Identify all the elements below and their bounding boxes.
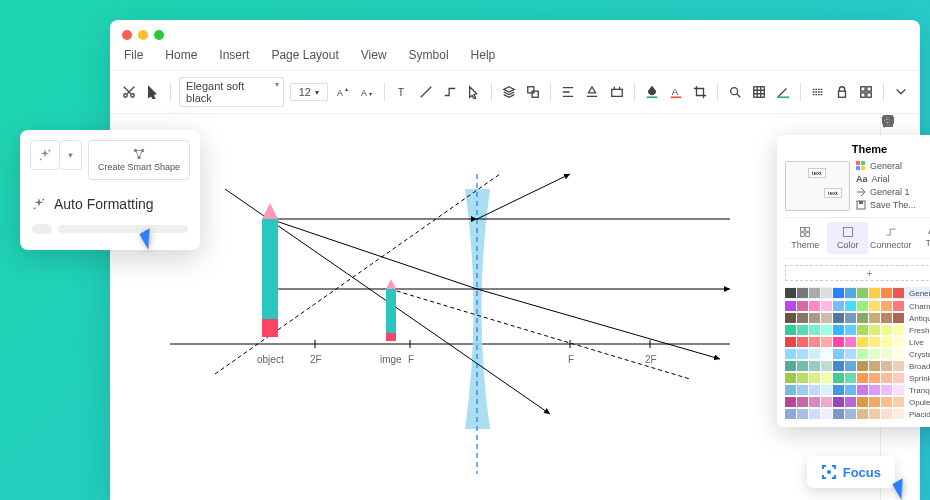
svg-rect-51 [856,166,860,170]
svg-rect-49 [856,161,860,165]
svg-point-67 [827,470,831,474]
theme-preview[interactable] [785,161,850,211]
auto-formatting-row[interactable]: Auto Formatting [30,190,190,218]
swatch-row-sprinkle[interactable]: Sprinkle [785,373,930,383]
theme-tab-color[interactable]: Color [827,222,867,254]
menu-help[interactable]: Help [471,48,496,62]
add-theme-button[interactable]: + [785,265,930,281]
swatch-row-placid[interactable]: Placid [785,409,930,419]
svg-point-1 [131,94,135,98]
svg-rect-12 [670,96,681,98]
svg-point-61 [40,159,42,161]
svg-rect-59 [843,228,852,237]
crop-button[interactable] [691,82,709,102]
font-select[interactable]: Elegant soft black [179,77,284,107]
smart-shape-popup: ▼ Create Smart Shape Auto Formatting [20,130,200,250]
menu-view[interactable]: View [361,48,387,62]
label-f-left: F [408,354,414,365]
text-tool-button[interactable]: T [393,82,411,102]
theme-opt-general[interactable]: General [856,161,930,171]
distribute-button[interactable] [583,82,601,102]
svg-rect-8 [533,91,539,97]
svg-rect-54 [859,201,863,204]
group-button[interactable] [524,82,542,102]
focus-button[interactable]: Focus [807,456,895,488]
grid-button[interactable] [857,82,875,102]
svg-point-60 [49,150,51,152]
fill-color-button[interactable] [643,82,661,102]
swatch-row-tranquil[interactable]: Tranquil [785,385,930,395]
swatch-row-opulent[interactable]: Opulent [785,397,930,407]
size-button[interactable] [608,82,626,102]
menu-symbol[interactable]: Symbol [409,48,449,62]
text-color-button[interactable]: A [667,82,685,102]
line-style-button[interactable] [774,82,792,102]
menu-page-layout[interactable]: Page Layout [271,48,338,62]
line-tool-button[interactable] [417,82,435,102]
swatch-row-general[interactable]: General [785,287,930,299]
svg-rect-14 [754,87,765,98]
label-2f-right: 2F [645,354,657,365]
theme-panel: Theme General AaArial General 1 Save The… [777,135,930,427]
label-image: imge [380,354,402,365]
dash-style-button[interactable] [809,82,827,102]
svg-text:A: A [671,86,678,97]
menu-bar: File Home Insert Page Layout View Symbol… [110,46,920,70]
layers-button[interactable] [500,82,518,102]
svg-rect-20 [867,93,871,97]
svg-line-26 [477,289,720,359]
swatch-row-crystal[interactable]: Crystal [785,349,930,359]
svg-rect-16 [839,91,846,97]
svg-line-25 [270,219,477,289]
theme-tab-theme[interactable]: Theme [785,222,825,254]
svg-point-0 [124,94,128,98]
connector-tool-button[interactable] [441,82,459,102]
maximize-button[interactable] [154,30,164,40]
swatch-row-charm[interactable]: Charm [785,301,930,311]
search-button[interactable] [726,82,744,102]
lock-button[interactable] [833,82,851,102]
more-button[interactable] [892,82,910,102]
sparkle-button[interactable] [30,140,60,170]
svg-point-65 [43,199,45,201]
window-controls [110,20,920,46]
label-f-right: F [568,354,574,365]
svg-text:T: T [398,86,405,98]
menu-home[interactable]: Home [165,48,197,62]
sparkle-dropdown[interactable]: ▼ [60,140,82,170]
theme-tab-connector[interactable]: Connector [870,222,912,254]
svg-rect-18 [867,87,871,91]
swatch-row-live[interactable]: Live [785,337,930,347]
svg-point-66 [34,208,36,210]
svg-rect-36 [386,333,396,341]
svg-text:A: A [361,88,367,98]
create-smart-shape-button[interactable]: Create Smart Shape [88,140,190,180]
theme-tab-text[interactable]: AaText [914,222,931,254]
swatch-row-antique[interactable]: Antique [785,313,930,323]
format-slider[interactable] [30,218,190,240]
theme-title: Theme [785,143,930,161]
cut-button[interactable] [120,82,138,102]
decrease-font-button[interactable]: A▼ [358,82,376,102]
increase-font-button[interactable]: A▲ [334,82,352,102]
align-button[interactable] [559,82,577,102]
swatch-row-broad[interactable]: Broad [785,361,930,371]
swatch-row-fresh[interactable]: Fresh [785,325,930,335]
svg-text:▲: ▲ [344,86,349,92]
theme-opt-save[interactable]: Save The... [856,200,930,210]
pointer-button[interactable] [144,82,162,102]
theme-opt-general1[interactable]: General 1 [856,187,930,197]
table-button[interactable] [750,82,768,102]
close-button[interactable] [122,30,132,40]
minimize-button[interactable] [138,30,148,40]
select-tool-button[interactable] [465,82,483,102]
svg-rect-9 [611,89,622,96]
svg-rect-57 [801,233,805,237]
menu-insert[interactable]: Insert [219,48,249,62]
svg-rect-55 [801,228,805,232]
menu-file[interactable]: File [124,48,143,62]
theme-opt-font[interactable]: AaArial [856,174,930,184]
svg-rect-7 [528,87,534,93]
font-size-select[interactable]: 12▾ [290,83,328,101]
svg-rect-17 [861,87,865,91]
